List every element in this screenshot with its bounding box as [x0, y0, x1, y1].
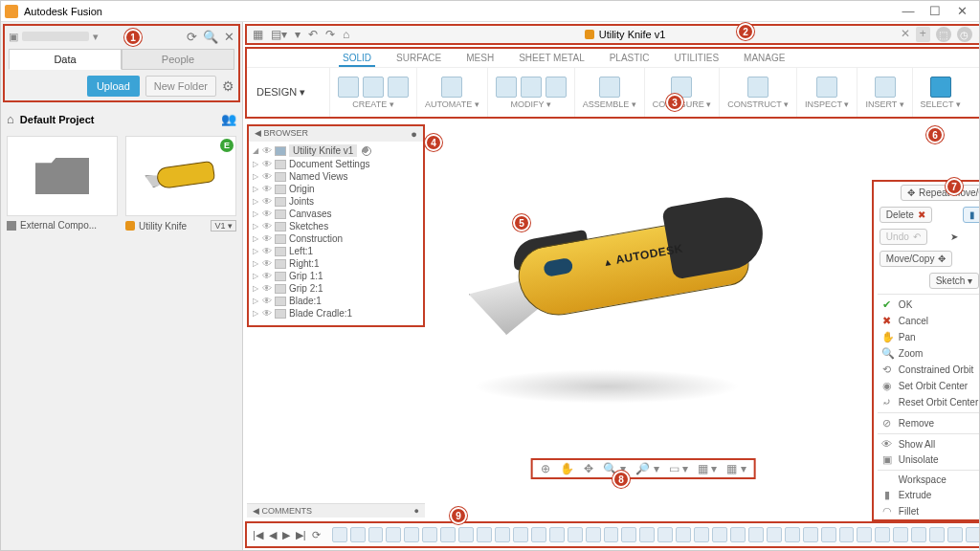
timeline-ctrl-4[interactable]: ⟳	[312, 529, 321, 541]
timeline-feature[interactable]	[350, 527, 366, 542]
nav-icon-0[interactable]: ⊕	[539, 462, 552, 475]
timeline-feature[interactable]	[857, 527, 872, 542]
browser-item[interactable]: ▷👁Right:1	[253, 257, 419, 270]
timeline-feature[interactable]	[586, 527, 601, 542]
ctx-extrude[interactable]: ▮ExtrudeE	[874, 487, 979, 503]
timeline-feature[interactable]	[422, 527, 437, 542]
file-menu-icon[interactable]: ▤▾	[271, 28, 287, 41]
timeline-feature[interactable]	[821, 527, 836, 542]
ribbon-tab-surface[interactable]: SURFACE	[392, 51, 445, 67]
timeline-feature[interactable]	[947, 527, 963, 542]
timeline-feature[interactable]	[657, 527, 673, 542]
new-folder-button[interactable]: New Folder	[145, 76, 216, 97]
close-panel-icon[interactable]: ✕	[224, 30, 234, 44]
search-icon[interactable]: 🔍	[203, 30, 218, 44]
ribbon-group-select[interactable]: SELECT ▾	[912, 68, 969, 117]
ctx-unisolate[interactable]: ▣Unisolate	[874, 452, 979, 468]
close-tab[interactable]: ✕	[901, 27, 910, 42]
timeline-feature[interactable]	[767, 527, 782, 542]
browser-item[interactable]: ▷👁Document Settings	[253, 158, 419, 170]
bell-icon[interactable]: 🔔	[978, 27, 979, 42]
timeline-feature[interactable]	[332, 527, 347, 542]
timeline-feature[interactable]	[495, 527, 510, 542]
canvas[interactable]: ◀ BROWSER● ◢👁 Utility Knife v1 ▷👁Documen…	[243, 121, 979, 521]
upload-button[interactable]: Upload	[87, 76, 140, 97]
workspace-selector[interactable]: DESIGN ▾	[247, 86, 329, 99]
timeline-feature[interactable]	[604, 527, 619, 542]
timeline-feature[interactable]	[386, 527, 401, 542]
ribbon-tab-utilities[interactable]: UTILITIES	[670, 51, 723, 67]
timeline-feature[interactable]	[440, 527, 456, 542]
timeline-feature[interactable]	[404, 527, 419, 542]
ribbon-group-inspect[interactable]: INSPECT ▾	[796, 68, 857, 117]
redo-icon[interactable]: ↷	[325, 28, 335, 41]
ribbon-group-insert[interactable]: INSERT ▾	[857, 68, 911, 117]
activate-icon[interactable]	[362, 146, 371, 156]
breadcrumb[interactable]: ⌂ Default Project 👥	[7, 112, 236, 126]
browser-item[interactable]: ▷👁Named Views	[253, 170, 419, 183]
browser-item[interactable]: ▷👁Blade Cradle:1	[253, 307, 419, 320]
ctx-set-orbit-center[interactable]: ◉Set Orbit Center	[874, 378, 979, 394]
comments-panel[interactable]: ◀ COMMENTS●	[247, 503, 425, 518]
ctx-show-all[interactable]: 👁Show All	[874, 436, 979, 452]
browser-item[interactable]: ▷👁Joints	[253, 195, 419, 208]
timeline-ctrl-0[interactable]: |◀	[253, 529, 263, 541]
timeline-feature[interactable]	[893, 527, 908, 542]
timeline-feature[interactable]	[966, 527, 979, 542]
model-item[interactable]: E Utility Knife V1 ▾	[125, 136, 236, 231]
browser-item[interactable]: ▷👁Construction	[253, 232, 419, 245]
timeline-feature[interactable]	[458, 527, 474, 542]
ctx-reset-orbit-center[interactable]: ⤾Reset Orbit Center	[874, 394, 979, 410]
timeline-feature[interactable]	[621, 527, 636, 542]
press-pull-button[interactable]: ▮Press Pull	[963, 207, 979, 223]
ctx-fillet[interactable]: ◠FilletF	[874, 503, 979, 519]
ribbon-group-construct[interactable]: CONSTRUCT ▾	[719, 68, 796, 117]
ribbon-group-modify[interactable]: MODIFY ▾	[487, 68, 574, 117]
sketch-button[interactable]: Sketch ▾	[929, 273, 979, 289]
browser-item[interactable]: ▷👁Origin	[253, 183, 419, 195]
timeline-feature[interactable]	[839, 527, 855, 542]
new-tab[interactable]: +	[916, 27, 930, 42]
tab-data[interactable]: Data	[9, 49, 122, 70]
nav-icon-1[interactable]: ✋	[558, 462, 576, 475]
apps-icon[interactable]: ▦	[253, 28, 263, 41]
timeline-feature[interactable]	[639, 527, 655, 542]
timeline-feature[interactable]	[549, 527, 565, 542]
nav-icon-2[interactable]: ✥	[582, 462, 595, 475]
ribbon-tab-plastic[interactable]: PLASTIC	[606, 51, 654, 67]
nav-icon-5[interactable]: ▭ ▾	[667, 462, 690, 475]
save-icon[interactable]: ▾	[295, 28, 301, 41]
extension-icon[interactable]: ⬚	[936, 27, 951, 42]
timeline-feature[interactable]	[368, 527, 384, 542]
ctx-cancel[interactable]: ✖CancelEsc	[874, 313, 979, 329]
move-copy-button[interactable]: Move/Copy✥	[880, 251, 953, 267]
timeline-feature[interactable]	[875, 527, 890, 542]
timeline-feature[interactable]	[712, 527, 727, 542]
timeline-feature[interactable]	[748, 527, 764, 542]
ctx-ok[interactable]: ✔OKReturn	[874, 297, 979, 313]
account-selector[interactable]: ▣▾ ⟳ 🔍 ✕	[9, 28, 234, 45]
undo-icon[interactable]: ↶	[308, 28, 318, 41]
timeline-feature[interactable]	[785, 527, 800, 542]
timeline-ctrl-2[interactable]: ▶	[282, 529, 290, 541]
ribbon-group-automate[interactable]: AUTOMATE ▾	[416, 68, 487, 117]
browser-item[interactable]: ▷👁Sketches	[253, 220, 419, 232]
timeline-feature[interactable]	[911, 527, 926, 542]
timeline-feature[interactable]	[676, 527, 691, 542]
timeline-feature[interactable]	[803, 527, 818, 542]
browser-item[interactable]: ▷👁Grip 2:1	[253, 282, 419, 295]
jobs-icon[interactable]: ◷	[957, 27, 972, 42]
timeline-feature[interactable]	[513, 527, 528, 542]
ribbon-group-configure[interactable]: CONFIGURE ▾	[644, 68, 720, 117]
nav-icon-6[interactable]: ▦ ▾	[696, 462, 719, 475]
ribbon-tab-solid[interactable]: SOLID	[339, 51, 375, 67]
refresh-icon[interactable]: ⟳	[187, 30, 197, 44]
nav-icon-7[interactable]: ▦ ▾	[724, 462, 747, 475]
repeat-button[interactable]: ✥Repeat Move/Copy	[901, 185, 979, 201]
ribbon-tab-mesh[interactable]: MESH	[462, 51, 498, 67]
folder-item[interactable]: External Compo...	[7, 136, 118, 231]
window-close[interactable]: ✕	[948, 4, 975, 18]
window-minimize[interactable]: —	[895, 4, 922, 18]
delete-button[interactable]: Delete✖	[880, 207, 932, 223]
version-selector[interactable]: V1 ▾	[211, 220, 236, 231]
